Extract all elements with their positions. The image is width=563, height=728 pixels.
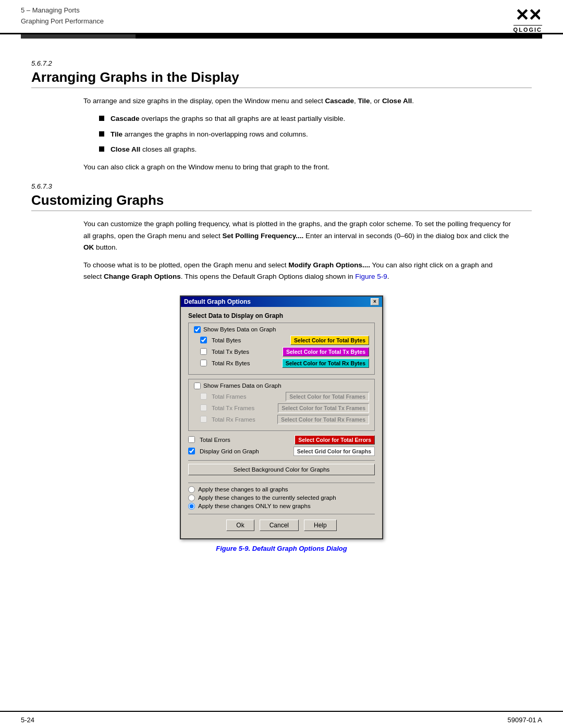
- total-tx-frames-row: Total Tx Frames Select Color for Total T…: [194, 403, 369, 413]
- bullet-tile: Tile arranges the graphs in non-overlapp…: [99, 129, 511, 140]
- background-color-btn[interactable]: Select Background Color for Graphs: [188, 464, 375, 475]
- bullet-closeall: Close All closes all graphs.: [99, 144, 511, 155]
- total-bytes-color-btn[interactable]: Select Color for Total Bytes: [290, 336, 369, 345]
- total-tx-frames-color-btn: Select Color for Total Tx Frames: [278, 403, 369, 413]
- section-572-bullets: Cascade overlaps the graphs so that all …: [99, 113, 511, 155]
- dialog-radio-section: Apply these changes to all graphs Apply …: [188, 486, 375, 510]
- radio-all-graphs-input[interactable]: [188, 486, 195, 493]
- radio-all-graphs: Apply these changes to all graphs: [188, 486, 375, 493]
- total-bytes-label: Total Bytes: [212, 337, 241, 343]
- dialog-select-data-label: Select Data to Display on Graph: [188, 312, 375, 319]
- frames-group-checkbox[interactable]: [194, 382, 201, 389]
- total-tx-bytes-row: Total Tx Bytes Select Color for Total Tx…: [194, 347, 369, 356]
- total-rx-bytes-label: Total Rx Bytes: [212, 360, 250, 366]
- dialog-body: Select Data to Display on Graph Show Byt…: [181, 307, 382, 538]
- radio-all-graphs-label: Apply these changes to all graphs: [198, 486, 288, 492]
- bytes-group-label: Show Bytes Data on Graph: [203, 326, 276, 332]
- header-divider: [21, 34, 542, 39]
- total-rx-frames-row: Total Rx Frames Select Color for Total R…: [194, 415, 369, 424]
- main-content: 5.6.7.2 Arranging Graphs in the Display …: [0, 39, 563, 573]
- grid-color-btn[interactable]: Select Grid Color for Graphs: [293, 447, 375, 456]
- section-573-para2: To choose what is to be plotted, open th…: [83, 260, 511, 283]
- frames-group-header: Show Frames Data on Graph: [194, 382, 369, 389]
- display-grid-row: Display Grid on Graph Select Grid Color …: [188, 447, 375, 456]
- dialog-title: Default Graph Options: [184, 298, 251, 305]
- display-grid-label: Display Grid on Graph: [200, 448, 259, 454]
- radio-new-graphs-label: Apply these changes ONLY to new graphs: [198, 503, 311, 509]
- bullet-icon-tile: [99, 131, 104, 137]
- ok-button[interactable]: Ok: [226, 520, 254, 531]
- dialog-close-button[interactable]: ×: [371, 298, 379, 305]
- radio-current-graph-input[interactable]: [188, 495, 195, 501]
- footer-page-number: 5-24: [21, 716, 34, 724]
- section-572-title: Arranging Graphs in the Display: [31, 69, 532, 88]
- svg-text:✕✕: ✕✕: [515, 6, 540, 24]
- section-572: 5.6.7.2 Arranging Graphs in the Display …: [31, 59, 532, 173]
- dialog-separator3: [188, 514, 375, 514]
- total-rx-frames-label: Total Rx Frames: [212, 416, 255, 423]
- section-572-intro: To arrange and size graphs in the displa…: [83, 95, 511, 107]
- bullet-icon-closeall: [99, 146, 104, 152]
- footer-doc-number: 59097-01 A: [507, 716, 542, 724]
- total-frames-color-btn: Select Color for Total Frames: [286, 392, 369, 401]
- qlogic-logo: ✕✕ QLOGIC: [513, 5, 542, 33]
- section-573-para1: You can customize the graph polling freq…: [83, 218, 511, 253]
- cancel-button[interactable]: Cancel: [260, 520, 299, 531]
- bytes-group-header: Show Bytes Data on Graph: [194, 326, 369, 333]
- dialog-frames-group: Show Frames Data on Graph Total Frames S…: [188, 379, 375, 431]
- total-frames-row: Total Frames Select Color for Total Fram…: [194, 392, 369, 401]
- total-tx-frames-checkbox[interactable]: [200, 404, 207, 411]
- radio-new-graphs: Apply these changes ONLY to new graphs: [188, 503, 375, 510]
- dialog-separator: [188, 460, 375, 461]
- total-errors-checkbox[interactable]: [188, 436, 195, 443]
- total-errors-color-btn[interactable]: Select Color for Total Errors: [295, 435, 375, 445]
- section-573-title: Customizing Graphs: [31, 192, 532, 211]
- total-tx-bytes-label: Total Tx Bytes: [212, 349, 249, 355]
- dialog-footer: Ok Cancel Help: [188, 517, 375, 533]
- total-errors-row: Total Errors Select Color for Total Erro…: [188, 435, 375, 445]
- bullet-text-cascade: Cascade overlaps the graphs so that all …: [111, 113, 345, 125]
- logo-text: QLOGIC: [513, 25, 542, 33]
- bullet-cascade: Cascade overlaps the graphs so that all …: [99, 113, 511, 125]
- bytes-group-checkbox[interactable]: [194, 326, 201, 333]
- section-572-footer: You can also click a graph on the Window…: [83, 162, 511, 173]
- bullet-icon-cascade: [99, 116, 104, 121]
- page-header: 5 – Managing Ports Graphing Port Perform…: [0, 0, 563, 34]
- section-573-number: 5.6.7.3: [31, 182, 532, 190]
- total-tx-bytes-checkbox[interactable]: [200, 348, 207, 355]
- total-rx-bytes-row: Total Rx Bytes Select Color for Total Rx…: [194, 359, 369, 368]
- help-button[interactable]: Help: [304, 520, 337, 531]
- dialog-titlebar: Default Graph Options ×: [181, 297, 382, 307]
- dialog-default-graph-options: Default Graph Options × Select Data to D…: [180, 295, 383, 539]
- total-bytes-row: Total Bytes Select Color for Total Bytes: [194, 336, 369, 345]
- page-footer: 5-24 59097-01 A: [0, 711, 563, 728]
- figure-caption: Figure 5-9. Default Graph Options Dialog: [216, 545, 347, 552]
- radio-current-graph-label: Apply these changes to the currently sel…: [198, 495, 336, 501]
- radio-current-graph: Apply these changes to the currently sel…: [188, 495, 375, 501]
- bullet-text-tile: Tile arranges the graphs in non-overlapp…: [111, 129, 308, 140]
- section-573: 5.6.7.3 Customizing Graphs You can custo…: [31, 182, 532, 552]
- total-frames-label: Total Frames: [212, 393, 246, 400]
- total-rx-bytes-color-btn[interactable]: Select Color for Total Rx Bytes: [282, 359, 369, 368]
- total-tx-bytes-color-btn[interactable]: Select Color for Total Tx Bytes: [283, 347, 369, 356]
- total-bytes-checkbox[interactable]: [200, 337, 207, 343]
- header-breadcrumb: 5 – Managing Ports Graphing Port Perform…: [21, 5, 104, 27]
- bullet-text-closeall: Close All closes all graphs.: [111, 144, 197, 155]
- total-rx-frames-checkbox[interactable]: [200, 416, 207, 423]
- display-grid-checkbox[interactable]: [188, 448, 195, 454]
- total-rx-frames-color-btn: Select Color for Total Rx Frames: [277, 415, 369, 424]
- dialog-bytes-group: Show Bytes Data on Graph Total Bytes Sel…: [188, 323, 375, 375]
- total-errors-label: Total Errors: [200, 437, 230, 443]
- total-tx-frames-label: Total Tx Frames: [212, 405, 254, 411]
- figure-container: Default Graph Options × Select Data to D…: [31, 295, 532, 552]
- total-rx-bytes-checkbox[interactable]: [200, 360, 207, 366]
- total-frames-checkbox[interactable]: [200, 393, 207, 400]
- logo-symbol: ✕✕: [515, 5, 540, 24]
- section-572-number: 5.6.7.2: [31, 59, 532, 67]
- dialog-separator2: [188, 483, 375, 483]
- frames-group-label: Show Frames Data on Graph: [203, 382, 282, 389]
- radio-new-graphs-input[interactable]: [188, 503, 195, 510]
